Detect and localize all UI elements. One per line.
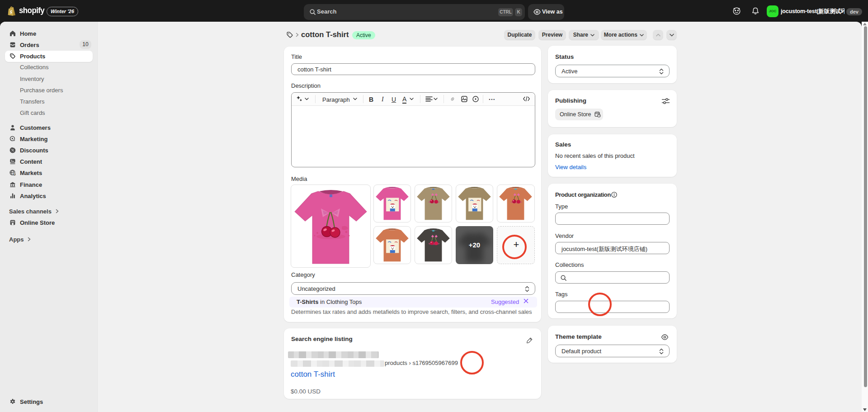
svg-text:$: $ xyxy=(14,173,15,175)
